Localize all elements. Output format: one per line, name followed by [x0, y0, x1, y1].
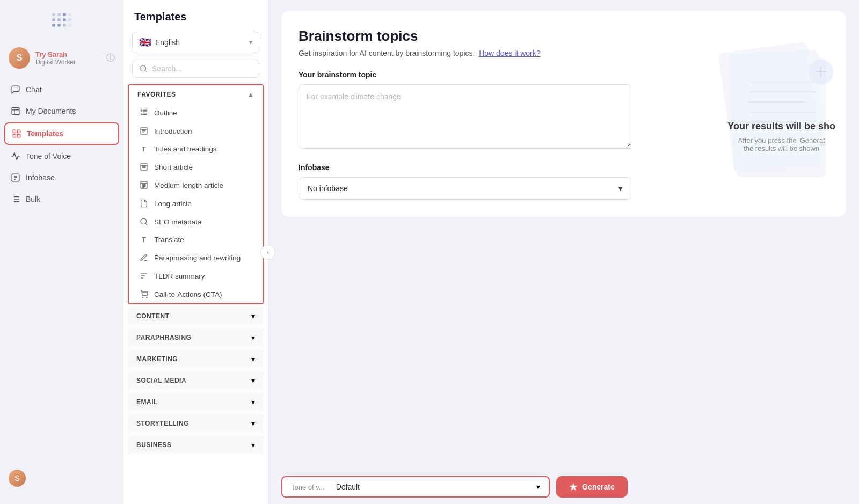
section-storytelling[interactable]: STORYTELLING ▾	[128, 414, 264, 433]
section-business-chevron-icon: ▾	[251, 441, 255, 449]
section-paraphrasing-label: PARAPHRASING	[136, 334, 191, 341]
section-email[interactable]: EMAIL ▾	[128, 392, 264, 412]
generate-icon	[569, 483, 578, 491]
section-storytelling-label: STORYTELLING	[136, 420, 189, 427]
sidebar-item-label-bulk: Bulk	[26, 195, 40, 203]
cta-icon	[139, 290, 149, 298]
short-article-icon	[139, 163, 149, 171]
infobase-icon	[11, 173, 20, 182]
sidebar: S Try Sarah Digital Worker ⓘ Chat My Doc…	[0, 0, 123, 504]
sidebar-item-label-infobase: Infobase	[26, 173, 55, 182]
template-item-short-article[interactable]: Short article	[129, 158, 263, 176]
content-card: Brainstorm topics Get inspiration for AI…	[281, 11, 846, 217]
chat-icon	[11, 85, 20, 94]
sidebar-bottom: S	[0, 461, 123, 495]
main-content-area: Brainstorm topics Get inspiration for AI…	[268, 0, 859, 470]
infobase-value: No infobase	[308, 184, 348, 193]
template-item-translate[interactable]: T Translate	[129, 231, 263, 249]
logo-area	[0, 9, 123, 43]
infobase-selector[interactable]: No infobase ▾	[299, 177, 631, 200]
template-label-paraphrasing: Paraphrasing and rewriting	[154, 254, 241, 262]
sidebar-item-label-chat: Chat	[26, 85, 42, 94]
language-chevron-icon: ▾	[249, 39, 252, 46]
translate-icon: T	[139, 236, 149, 244]
paraphrase-icon	[139, 253, 149, 262]
logo-icon	[52, 13, 71, 32]
section-social-media[interactable]: SOCIAL MEDIA ▾	[128, 371, 264, 390]
template-label-translate: Translate	[154, 236, 184, 244]
template-label-medium-article: Medium-length article	[154, 181, 223, 189]
svg-rect-0	[12, 107, 19, 115]
template-item-outline[interactable]: Outline	[129, 104, 263, 122]
templates-icon	[12, 129, 21, 138]
collapse-panel-button[interactable]: ‹	[260, 245, 275, 260]
template-item-cta[interactable]: Call-to-Actions (CTA)	[129, 285, 263, 303]
section-email-chevron-icon: ▾	[251, 398, 255, 406]
template-label-tldr: TLDR summary	[154, 272, 205, 280]
section-email-label: EMAIL	[136, 398, 158, 406]
tone-of-voice-selector[interactable]: Tone of v... Default ▾	[281, 476, 550, 498]
bottom-avatar[interactable]: S	[9, 470, 26, 487]
section-content[interactable]: CONTENT ▾	[128, 306, 264, 326]
results-description: After you press the 'Generat the results…	[727, 136, 835, 152]
sidebar-item-bulk[interactable]: Bulk	[4, 189, 119, 209]
template-label-short-article: Short article	[154, 163, 193, 171]
sidebar-item-my-documents[interactable]: My Documents	[4, 101, 119, 121]
documents-icon	[11, 106, 20, 116]
search-input[interactable]	[152, 64, 252, 73]
tone-prefix-label: Tone of v...	[291, 483, 332, 491]
section-paraphrasing-chevron-icon: ▾	[251, 333, 255, 342]
sidebar-item-infobase[interactable]: Infobase	[4, 167, 119, 188]
template-search-box[interactable]	[132, 60, 259, 78]
how-it-works-link[interactable]: How does it work?	[479, 49, 540, 57]
template-label-long-article: Long article	[154, 200, 192, 208]
section-marketing[interactable]: MARKETING ▾	[128, 349, 264, 369]
svg-rect-6	[18, 135, 20, 137]
template-item-paraphrasing[interactable]: Paraphrasing and rewriting	[129, 249, 263, 267]
section-business[interactable]: BUSINESS ▾	[128, 435, 264, 455]
section-social-media-label: SOCIAL MEDIA	[136, 377, 186, 384]
tone-value: Default	[336, 483, 532, 491]
svg-point-17	[140, 65, 146, 71]
flag-icon: 🇬🇧	[139, 36, 151, 48]
favorites-header[interactable]: FAVORITES ▲	[129, 85, 263, 104]
search-icon	[139, 64, 148, 73]
template-label-cta: Call-to-Actions (CTA)	[154, 290, 222, 298]
svg-point-41	[141, 218, 147, 224]
sidebar-item-chat[interactable]: Chat	[4, 79, 119, 100]
svg-line-18	[145, 70, 147, 72]
avatar: S	[9, 47, 30, 69]
favorites-section: FAVORITES ▲ Outline In	[128, 84, 264, 304]
template-item-seo[interactable]: SEO metadata	[129, 213, 263, 231]
template-item-medium-article[interactable]: Medium-length article	[129, 176, 263, 194]
template-item-titles[interactable]: T Titles and headings	[129, 140, 263, 158]
results-section: Your results will be sho After you press…	[727, 121, 835, 152]
infobase-chevron-icon: ▾	[618, 184, 622, 193]
template-item-introduction[interactable]: Introduction	[129, 122, 263, 140]
user-name: Try Sarah	[35, 50, 101, 59]
long-article-icon	[139, 199, 149, 208]
generate-button[interactable]: Generate	[556, 476, 628, 498]
section-paraphrasing[interactable]: PARAPHRASING ▾	[128, 328, 264, 347]
template-label-introduction: Introduction	[154, 127, 192, 135]
sidebar-item-templates[interactable]: Templates	[4, 122, 119, 145]
sidebar-item-tone-of-voice[interactable]: Tone of Voice	[4, 146, 119, 166]
info-icon[interactable]: ⓘ	[106, 53, 115, 64]
titles-icon: T	[139, 145, 149, 153]
language-selector[interactable]: 🇬🇧 English ▾	[132, 32, 259, 53]
sidebar-item-label-tone: Tone of Voice	[26, 152, 71, 160]
tldr-icon	[139, 272, 149, 280]
user-info: Try Sarah Digital Worker	[35, 50, 101, 66]
section-marketing-chevron-icon: ▾	[251, 355, 255, 363]
template-label-outline: Outline	[154, 109, 177, 117]
section-storytelling-chevron-icon: ▾	[251, 419, 255, 428]
section-marketing-label: MARKETING	[136, 355, 178, 363]
template-item-long-article[interactable]: Long article	[129, 194, 263, 213]
svg-line-42	[145, 223, 147, 225]
template-item-tldr[interactable]: TLDR summary	[129, 267, 263, 285]
language-label: English	[155, 38, 245, 47]
topic-input[interactable]	[299, 84, 631, 149]
main-area: Brainstorm topics Get inspiration for AI…	[268, 0, 859, 504]
templates-panel: Templates 🇬🇧 English ▾ FAVORITES ▲	[123, 0, 268, 504]
medium-article-icon	[139, 181, 149, 189]
